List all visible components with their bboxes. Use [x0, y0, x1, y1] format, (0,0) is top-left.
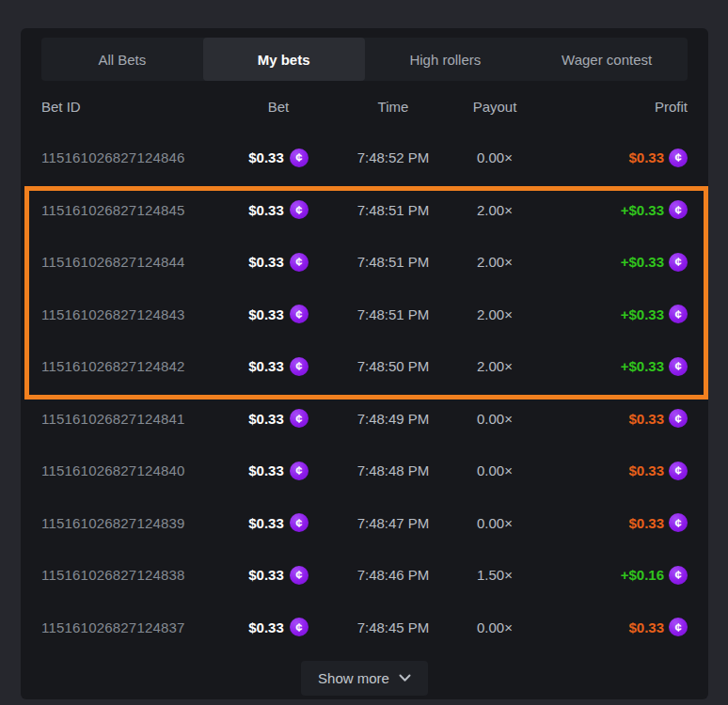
table-row[interactable]: 115161026827124845 $0.33 ¢ 7:48:51 PM 2.…	[41, 184, 688, 237]
coin-icon: ¢	[290, 253, 309, 272]
chevron-down-icon	[399, 674, 411, 682]
coin-icon: ¢	[290, 409, 309, 428]
table-row[interactable]: 115161026827124843 $0.33 ¢ 7:48:51 PM 2.…	[41, 289, 688, 341]
bet-cell: $0.33 ¢	[220, 200, 337, 219]
bet-time: 7:48:48 PM	[337, 462, 450, 478]
coin-icon: ¢	[290, 200, 309, 219]
bet-cell: $0.33 ¢	[220, 618, 337, 636]
bet-amount: $0.33	[248, 411, 284, 427]
profit-value: $0.33	[628, 515, 664, 531]
profit-value: +$0.33	[621, 358, 664, 374]
table-header: Bet ID Bet Time Payout Profit	[41, 81, 688, 132]
coin-icon: ¢	[669, 149, 688, 167]
bet-time: 7:48:46 PM	[337, 567, 450, 583]
show-more-button[interactable]: Show more	[301, 661, 428, 696]
bet-id: 115161026827124840	[41, 462, 220, 478]
coin-icon: ¢	[669, 357, 688, 376]
table-row[interactable]: 115161026827124842 $0.33 ¢ 7:48:50 PM 2.…	[41, 340, 688, 393]
show-more-container: Show more	[41, 661, 688, 696]
bet-time: 7:48:45 PM	[337, 619, 450, 635]
tab-wager-contest[interactable]: Wager contest	[526, 38, 688, 81]
table-row[interactable]: 115161026827124841 $0.33 ¢ 7:48:49 PM 0.…	[41, 393, 688, 446]
bet-cell: $0.33 ¢	[220, 409, 337, 428]
bet-id: 115161026827124846	[41, 149, 220, 165]
profit-value: $0.33	[628, 411, 664, 427]
show-more-label: Show more	[318, 670, 389, 686]
bet-id: 115161026827124845	[41, 202, 220, 218]
bet-time: 7:48:50 PM	[337, 358, 450, 374]
profit-cell: +$0.16 ¢	[540, 566, 688, 585]
coin-icon: ¢	[669, 462, 688, 480]
bet-payout: 2.00×	[450, 202, 540, 218]
coin-icon: ¢	[290, 462, 309, 480]
profit-value: +$0.33	[621, 306, 664, 322]
profit-cell: $0.33 ¢	[540, 149, 688, 167]
profit-cell: $0.33 ¢	[540, 462, 688, 480]
coin-icon: ¢	[669, 618, 688, 636]
bet-id: 115161026827124837	[41, 619, 220, 635]
bet-id: 115161026827124839	[41, 515, 220, 531]
bet-cell: $0.33 ¢	[220, 462, 337, 480]
bet-amount: $0.33	[248, 515, 284, 531]
profit-value: $0.33	[628, 462, 664, 478]
bet-cell: $0.33 ¢	[220, 357, 337, 376]
tab-my-bets[interactable]: My bets	[203, 38, 365, 81]
bet-amount: $0.33	[248, 358, 284, 374]
bet-id: 115161026827124844	[41, 254, 220, 270]
profit-cell: +$0.33 ¢	[540, 357, 688, 376]
bet-cell: $0.33 ¢	[220, 513, 337, 532]
coin-icon: ¢	[669, 513, 688, 532]
coin-icon: ¢	[669, 566, 688, 585]
bet-payout: 2.00×	[450, 306, 540, 322]
bet-id: 115161026827124841	[41, 411, 220, 427]
bet-amount: $0.33	[248, 462, 284, 478]
bet-amount: $0.33	[248, 567, 284, 583]
profit-value: +$0.33	[621, 254, 664, 270]
profit-value: +$0.16	[621, 567, 664, 583]
bet-time: 7:48:51 PM	[337, 306, 450, 322]
bet-payout: 2.00×	[450, 358, 540, 374]
profit-cell: +$0.33 ¢	[540, 305, 688, 323]
profit-value: $0.33	[628, 619, 664, 635]
header-profit: Profit	[540, 99, 688, 115]
coin-icon: ¢	[669, 305, 688, 323]
header-time: Time	[337, 99, 450, 115]
bet-payout: 0.00×	[450, 515, 540, 531]
coin-icon: ¢	[290, 618, 309, 636]
table-row[interactable]: 115161026827124837 $0.33 ¢ 7:48:45 PM 0.…	[41, 602, 688, 654]
coin-icon: ¢	[290, 513, 309, 532]
bet-time: 7:48:49 PM	[337, 411, 450, 427]
coin-icon: ¢	[669, 253, 688, 272]
bet-amount: $0.33	[248, 254, 284, 270]
table-row[interactable]: 115161026827124846 $0.33 ¢ 7:48:52 PM 0.…	[41, 132, 688, 184]
header-bet-id: Bet ID	[41, 99, 220, 115]
tab-high-rollers[interactable]: High rollers	[365, 38, 527, 81]
bet-amount: $0.33	[248, 619, 284, 635]
tab-all-bets[interactable]: All Bets	[41, 38, 203, 81]
bets-tabs: All Bets My bets High rollers Wager cont…	[41, 38, 688, 81]
table-row[interactable]: 115161026827124838 $0.33 ¢ 7:48:46 PM 1.…	[41, 549, 688, 602]
bet-payout: 0.00×	[450, 411, 540, 427]
profit-cell: +$0.33 ¢	[540, 253, 688, 272]
bet-time: 7:48:51 PM	[337, 202, 450, 218]
profit-cell: $0.33 ¢	[540, 409, 688, 428]
bet-cell: $0.33 ¢	[220, 305, 337, 323]
bet-cell: $0.33 ¢	[220, 253, 337, 272]
bet-id: 115161026827124838	[41, 567, 220, 583]
profit-value: $0.33	[628, 149, 664, 165]
table-row[interactable]: 115161026827124840 $0.33 ¢ 7:48:48 PM 0.…	[41, 445, 688, 497]
profit-cell: $0.33 ¢	[540, 618, 688, 636]
bet-id: 115161026827124843	[41, 306, 220, 322]
coin-icon: ¢	[669, 409, 688, 428]
profit-value: +$0.33	[621, 202, 664, 218]
coin-icon: ¢	[290, 566, 309, 585]
table-row[interactable]: 115161026827124839 $0.33 ¢ 7:48:47 PM 0.…	[41, 497, 688, 550]
bet-amount: $0.33	[248, 202, 284, 218]
bet-payout: 1.50×	[450, 567, 540, 583]
coin-icon: ¢	[290, 305, 309, 323]
bet-payout: 2.00×	[450, 254, 540, 270]
table-row[interactable]: 115161026827124844 $0.33 ¢ 7:48:51 PM 2.…	[41, 236, 688, 289]
table-body: 115161026827124846 $0.33 ¢ 7:48:52 PM 0.…	[41, 132, 688, 653]
bet-payout: 0.00×	[450, 149, 540, 165]
bet-time: 7:48:47 PM	[337, 515, 450, 531]
